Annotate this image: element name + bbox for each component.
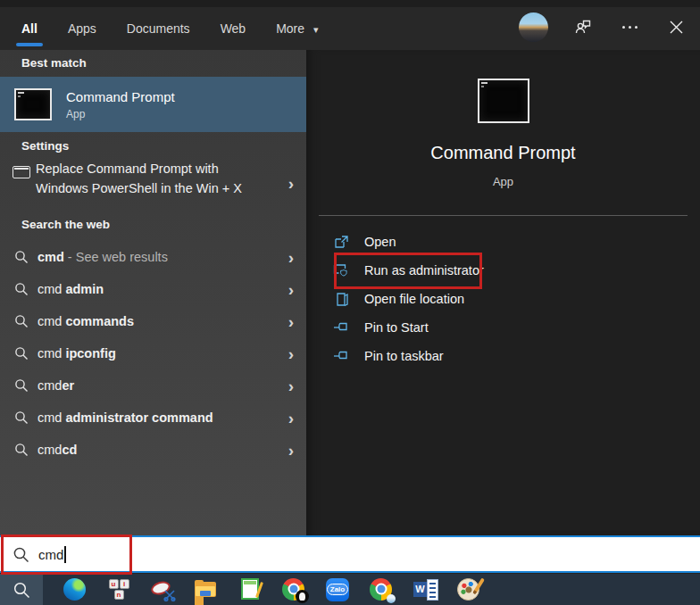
web-suggestion-text: cmd admin: [38, 282, 104, 296]
chevron-right-icon: ›: [288, 249, 294, 266]
tab-all-label: All: [21, 21, 38, 36]
settings-result[interactable]: Replace Command Prompt with Windows Powe…: [0, 157, 306, 209]
action-label: Open file location: [364, 292, 464, 306]
word-letter: W: [413, 582, 427, 597]
tab-all[interactable]: All: [21, 9, 38, 48]
chevron-right-icon: ›: [288, 175, 294, 192]
action-list: Open Run as administrator Open file l: [306, 228, 700, 370]
folder-location-icon: [333, 291, 349, 307]
taskbar-search-button[interactable]: [0, 574, 43, 605]
feedback-icon[interactable]: [571, 15, 595, 38]
chrome-icon-2[interactable]: [370, 578, 393, 601]
user-avatar[interactable]: [519, 12, 548, 42]
tab-apps-label: Apps: [68, 21, 96, 36]
chrome-icon[interactable]: [282, 578, 305, 601]
web-suggestion-row[interactable]: cmder ›: [0, 369, 306, 402]
web-suggestion-text: cmder: [38, 378, 74, 393]
chevron-down-icon: ▾: [313, 24, 319, 35]
tab-more[interactable]: More ▾: [276, 9, 318, 48]
search-icon: [14, 314, 29, 328]
tab-web[interactable]: Web: [221, 9, 246, 48]
web-suggestion-row[interactable]: cmd administrator command ›: [0, 402, 306, 434]
search-icon: [14, 378, 29, 393]
action-pin-to-taskbar[interactable]: Pin to taskbar: [306, 342, 700, 370]
action-label: Open: [364, 235, 396, 249]
search-icon: [12, 546, 29, 563]
settings-section-label: Settings: [21, 139, 69, 153]
shield-icon: [333, 262, 349, 278]
action-open[interactable]: Open: [306, 228, 700, 256]
web-suggestion-row[interactable]: cmd commands ›: [0, 305, 306, 337]
best-match-section-label: Best match: [21, 56, 87, 70]
close-icon[interactable]: [664, 15, 688, 38]
preview-title: Command Prompt: [306, 143, 700, 163]
search-icon: [14, 443, 29, 457]
unikey-key: i: [120, 579, 129, 589]
more-options-icon[interactable]: [618, 15, 641, 38]
settings-result-line1: Replace Command Prompt with: [36, 159, 259, 178]
search-web-section-label: Search the web: [21, 218, 110, 231]
web-suggestion-text: cmd ipconfig: [38, 346, 116, 361]
search-icon: [12, 581, 30, 599]
zalo-icon[interactable]: Zalo: [326, 578, 349, 601]
search-icon: [14, 282, 29, 296]
unikey-icon[interactable]: u i n: [107, 578, 130, 601]
paint-icon[interactable]: [457, 578, 480, 601]
search-icon: [14, 250, 29, 264]
results-panel: Best match Command Prompt App Settings R…: [0, 50, 306, 536]
edge-icon[interactable]: [63, 578, 87, 601]
zalo-label: Zalo: [327, 584, 348, 595]
tab-web-label: Web: [221, 21, 246, 36]
action-open-file-location[interactable]: Open file location: [306, 285, 700, 313]
tab-documents-label: Documents: [127, 21, 190, 36]
chevron-right-icon: ›: [288, 281, 294, 298]
web-suggestion-text: cmd commands: [38, 314, 134, 328]
word-icon[interactable]: W: [413, 578, 437, 601]
web-suggestion-row[interactable]: cmd admin ›: [0, 273, 306, 305]
filter-tabs: All Apps Documents Web More ▾: [21, 7, 319, 50]
header-actions: [519, 7, 688, 46]
chevron-right-icon: ›: [288, 313, 294, 330]
web-suggestion-text: cmdcd: [38, 443, 77, 457]
chevron-right-icon: ›: [288, 345, 294, 362]
action-pin-to-start[interactable]: Pin to Start: [306, 313, 700, 342]
windows-search-panel: All Apps Documents Web More ▾: [0, 0, 700, 605]
tab-apps[interactable]: Apps: [68, 9, 96, 48]
active-tab-underline: [16, 43, 43, 46]
search-filter-bar: All Apps Documents Web More ▾: [0, 0, 700, 50]
search-icon: [14, 410, 29, 425]
action-label: Pin to Start: [364, 320, 429, 335]
web-suggestion-row[interactable]: cmd ipconfig ›: [0, 337, 306, 369]
search-query-text: cmd: [38, 547, 63, 562]
tab-more-label: More: [276, 21, 304, 36]
web-suggestion-row[interactable]: cmdcd ›: [0, 434, 306, 466]
text-cursor: [64, 546, 66, 563]
web-suggestion-text: cmd - See web results: [38, 250, 168, 264]
best-match-subtitle: App: [66, 108, 175, 120]
command-prompt-icon: [14, 88, 52, 120]
file-explorer-icon[interactable]: [195, 578, 218, 601]
chevron-right-icon: ›: [288, 410, 294, 427]
unikey-key: n: [114, 590, 124, 600]
search-icon: [14, 346, 29, 361]
preview-panel: Command Prompt App Open Run a: [306, 50, 700, 536]
snipping-tool-icon[interactable]: [151, 578, 174, 601]
best-match-result[interactable]: Command Prompt App: [0, 77, 306, 132]
search-input[interactable]: cmd: [0, 535, 700, 573]
web-suggestion-row[interactable]: cmd - See web results ›: [0, 241, 306, 273]
chevron-right-icon: ›: [288, 442, 294, 459]
preview-subtitle: App: [306, 175, 700, 188]
action-label: Pin to taskbar: [364, 349, 444, 363]
action-run-as-administrator[interactable]: Run as administrator: [306, 256, 700, 285]
chevron-right-icon: ›: [288, 377, 294, 394]
best-match-title: Command Prompt: [66, 88, 175, 106]
profile-badge: [296, 590, 309, 603]
unikey-key: u: [109, 579, 119, 589]
action-label: Run as administrator: [364, 263, 484, 278]
settings-window-icon: [12, 166, 30, 178]
web-suggestion-text: cmd administrator command: [38, 410, 213, 425]
open-icon: [333, 234, 349, 250]
pin-icon: [333, 319, 349, 336]
tab-documents[interactable]: Documents: [127, 9, 190, 48]
notepad-plus-icon[interactable]: [238, 578, 262, 601]
